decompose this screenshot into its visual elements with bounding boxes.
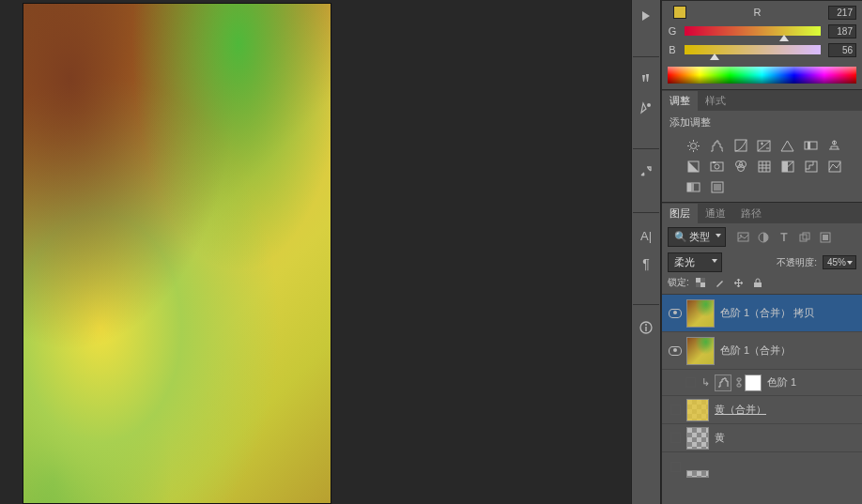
filter-shape-icon[interactable] [797,231,812,244]
mask-thumbnail[interactable] [745,374,762,391]
visibility-toggle[interactable] [681,370,700,395]
curves-icon[interactable] [731,138,749,153]
eye-icon [669,309,682,318]
invert-icon[interactable] [778,159,796,174]
tools-icon[interactable] [633,159,659,185]
svg-rect-34 [696,278,700,283]
lock-all-icon[interactable] [751,276,764,289]
character-panel-icon[interactable]: A| [633,222,659,249]
layer-name[interactable]: 色阶 1（合并） 拷贝 [720,306,814,320]
svg-rect-8 [805,142,817,149]
lock-position-icon[interactable] [732,276,746,289]
adjustment-thumbnail[interactable] [715,374,731,391]
tab-paths[interactable]: 路径 [733,204,769,223]
layer-row[interactable] [662,452,862,481]
layer-filter-kind[interactable]: 🔍类型 [668,227,726,247]
svg-rect-14 [713,161,716,163]
layer-name[interactable]: 色阶 1 [767,375,796,389]
layer-row-adjustment[interactable]: ↳ 色阶 1 [662,370,862,396]
play-icon[interactable] [633,3,659,29]
layer-row[interactable]: 色阶 1（合并） [662,332,862,370]
svg-point-5 [691,143,697,148]
foreground-swatch[interactable] [673,6,686,19]
g-value[interactable]: 187 [828,24,856,38]
layer-name[interactable]: 黄 [715,431,725,445]
layer-thumbnail[interactable] [686,399,709,421]
svg-point-17 [737,165,744,172]
brush-settings-icon[interactable] [633,95,659,121]
selective-color-icon[interactable] [708,179,726,194]
svg-rect-39 [737,378,741,381]
layer-thumbnail[interactable] [686,299,715,328]
layer-thumbnail[interactable] [686,337,715,365]
levels-icon[interactable] [708,138,726,153]
brightness-contrast-icon[interactable] [685,138,702,153]
svg-rect-36 [700,278,705,283]
color-spectrum[interactable] [668,67,856,84]
vertical-toolbar: A| ¶ [631,0,661,504]
layer-name[interactable]: 色阶 1（合并） [720,344,791,358]
hidden-icon [670,433,681,443]
hidden-icon [685,377,696,388]
svg-rect-6 [735,140,747,151]
g-slider[interactable] [685,26,821,36]
svg-rect-12 [711,162,723,171]
layer-name[interactable]: 黄（合并） [715,403,766,417]
add-adjustment-label: 添加调整 [662,111,862,134]
blend-mode-select[interactable]: 柔光 [668,252,722,272]
svg-point-3 [645,324,647,326]
lock-pixels-icon[interactable] [714,276,727,289]
posterize-icon[interactable] [802,159,820,174]
tab-channels[interactable]: 通道 [698,204,733,223]
filter-pixel-icon[interactable] [735,231,750,244]
visibility-toggle[interactable] [666,452,685,481]
r-value[interactable]: 217 [828,6,856,20]
visibility-toggle[interactable] [666,424,685,451]
filter-type-icon[interactable]: T [777,231,792,244]
svg-rect-40 [737,384,741,387]
info-panel-icon[interactable] [633,314,659,341]
black-white-icon[interactable] [685,159,702,174]
b-slider[interactable] [685,45,821,54]
color-lookup-icon[interactable] [755,159,773,174]
document-canvas[interactable] [23,3,331,504]
g-label: G [668,25,677,37]
gradient-map-icon[interactable] [685,179,702,194]
opacity-value[interactable]: 45% [823,255,856,269]
photo-filter-icon[interactable] [708,159,726,174]
link-icon [735,377,743,388]
lock-transparency-icon[interactable] [695,276,708,289]
visibility-toggle[interactable] [666,295,685,331]
svg-rect-20 [806,161,817,172]
b-value[interactable]: 56 [828,43,856,57]
layer-row[interactable]: 黄 [662,424,862,452]
tab-styles[interactable]: 样式 [698,91,733,111]
svg-rect-37 [696,283,700,287]
right-panels: R 217 G 187 B 56 调整 样式 添加调整 [661,0,862,504]
svg-rect-4 [645,327,646,331]
canvas-area[interactable] [0,0,631,504]
svg-rect-23 [687,183,691,191]
paragraph-panel-icon[interactable]: ¶ [633,251,659,277]
exposure-icon[interactable] [755,138,773,153]
opacity-label: 不透明度: [777,256,817,269]
vibrance-icon[interactable] [778,138,796,153]
layer-thumbnail[interactable] [686,427,709,450]
layer-row[interactable]: 色阶 1（合并） 拷贝 [662,295,862,332]
tab-adjustments[interactable]: 调整 [662,91,698,111]
filter-adjustment-icon[interactable] [756,231,771,244]
color-balance-icon[interactable] [825,138,843,153]
threshold-icon[interactable] [825,159,843,174]
filter-smart-icon[interactable] [818,231,833,244]
layer-thumbnail[interactable] [686,470,709,478]
tab-layers[interactable]: 图层 [662,204,698,223]
channel-mixer-icon[interactable] [731,159,749,174]
svg-rect-24 [691,183,694,191]
brush-panel-icon[interactable] [633,67,659,93]
hue-saturation-icon[interactable] [802,138,820,153]
visibility-toggle[interactable] [666,332,685,369]
layer-list: 色阶 1（合并） 拷贝 色阶 1（合并） ↳ 色阶 1 黄（合并） [662,295,862,504]
layer-row[interactable]: 黄（合并） [662,396,862,424]
hidden-icon [670,405,681,415]
visibility-toggle[interactable] [666,396,685,423]
